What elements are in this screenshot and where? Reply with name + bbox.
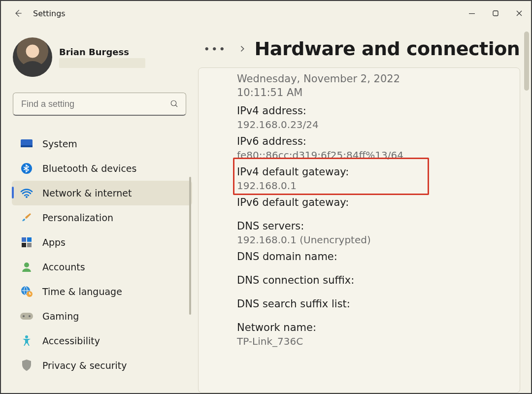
chevron-right-icon: [239, 45, 246, 52]
ipv4-address-label: IPv4 address:: [237, 105, 508, 117]
sidebar-item-label: Apps: [42, 237, 66, 248]
accessibility-icon: [20, 334, 33, 348]
ipv6-gateway-label: IPv6 default gateway:: [237, 197, 508, 208]
svg-rect-9: [22, 243, 26, 247]
app-title: Settings: [33, 9, 66, 18]
sidebar-item-label: Network & internet: [42, 188, 132, 198]
breadcrumb-more-button[interactable]: •••: [201, 44, 230, 54]
main-scrollbar[interactable]: [524, 32, 529, 91]
maximize-button[interactable]: [484, 3, 507, 23]
apps-icon: [20, 235, 33, 249]
sidebar-item-label: Bluetooth & devices: [42, 163, 136, 174]
sidebar-item-privacy[interactable]: Privacy & security: [1, 353, 198, 378]
sidebar-item-apps[interactable]: Apps: [1, 230, 198, 255]
search-input[interactable]: [20, 98, 170, 110]
dns-servers-label: DNS servers:: [237, 220, 508, 232]
svg-rect-0: [469, 13, 475, 14]
ipv4-gateway-label: IPv4 default gateway:: [237, 166, 508, 178]
dns-conn-suffix-label: DNS connection suffix:: [237, 274, 508, 286]
dns-search-suffix-label: DNS search suffix list:: [237, 298, 508, 310]
bluetooth-icon: [20, 162, 33, 175]
sidebar-item-label: Time & language: [42, 286, 122, 297]
sidebar-item-label: Personalization: [42, 212, 113, 223]
sidebar-item-personalization[interactable]: Personalization: [1, 205, 198, 230]
ipv6-address-value: fe80::86cc:d319:6f25:84ff%13/64: [237, 149, 508, 161]
svg-rect-7: [22, 237, 26, 242]
settings-window: Settings Brian Burgess: [0, 0, 532, 394]
sidebar-scrollbar[interactable]: [189, 177, 191, 315]
system-icon: [20, 137, 33, 151]
svg-point-15: [23, 315, 25, 317]
search-box[interactable]: [13, 93, 186, 116]
ipv4-address-value: 192.168.0.23/24: [237, 119, 508, 131]
shield-icon: [20, 359, 33, 372]
svg-point-11: [24, 263, 29, 267]
sidebar-item-label: Gaming: [42, 311, 79, 322]
network-name-value: TP-Link_736C: [237, 335, 508, 347]
sidebar-item-label: Accounts: [42, 262, 85, 272]
network-name-label: Network name:: [237, 322, 508, 333]
svg-point-16: [29, 315, 31, 317]
sidebar-item-label: System: [42, 138, 77, 149]
svg-rect-10: [27, 243, 32, 247]
close-button[interactable]: [507, 3, 531, 23]
ipv6-address-label: IPv6 address:: [237, 135, 508, 147]
svg-point-2: [171, 100, 176, 106]
gamepad-icon: [20, 309, 33, 323]
profile-name: Brian Burgess: [59, 47, 145, 57]
sidebar-item-system[interactable]: System: [1, 131, 198, 156]
sidebar-item-label: Accessibility: [42, 335, 100, 346]
sidebar-item-network[interactable]: Network & internet: [12, 181, 192, 205]
page-title: Hardware and connection pro: [255, 38, 524, 60]
timestamp-date: Wednesday, November 2, 2022: [237, 72, 508, 86]
sidebar-item-accounts[interactable]: Accounts: [1, 255, 198, 279]
sidebar-item-accessibility[interactable]: Accessibility: [1, 328, 198, 353]
sidebar: Brian Burgess System: [1, 26, 198, 393]
wifi-icon: [20, 186, 33, 200]
main-panel: ••• Hardware and connection pro Wednesda…: [198, 26, 531, 393]
minimize-button[interactable]: [460, 3, 484, 23]
paintbrush-icon: [20, 211, 33, 225]
dns-domain-label: DNS domain name:: [237, 251, 508, 263]
sidebar-item-gaming[interactable]: Gaming: [1, 304, 198, 328]
dns-servers-value: 192.168.0.1 (Unencrypted): [237, 234, 508, 246]
sidebar-item-label: Privacy & security: [42, 360, 127, 371]
search-icon: [170, 99, 179, 108]
profile-email-redacted: [59, 58, 145, 68]
properties-panel: Wednesday, November 2, 2022 10:11:51 AM …: [198, 67, 520, 393]
sidebar-nav: System Bluetooth & devices Network & int…: [1, 131, 198, 378]
back-button[interactable]: [13, 8, 23, 18]
svg-rect-14: [20, 313, 33, 320]
ipv4-gateway-value: 192.168.0.1: [237, 180, 508, 192]
svg-point-17: [25, 335, 28, 338]
timestamp-time: 10:11:51 AM: [237, 86, 508, 99]
sidebar-item-bluetooth[interactable]: Bluetooth & devices: [1, 156, 198, 181]
avatar: [13, 37, 52, 77]
svg-rect-1: [493, 11, 498, 16]
sidebar-item-time-language[interactable]: Time & language: [1, 279, 198, 304]
svg-rect-4: [21, 145, 33, 147]
globe-clock-icon: [20, 285, 33, 298]
svg-rect-8: [27, 237, 32, 242]
account-profile[interactable]: Brian Burgess: [1, 34, 198, 85]
svg-point-6: [26, 196, 28, 198]
titlebar: Settings: [1, 1, 531, 26]
person-icon: [20, 260, 33, 274]
